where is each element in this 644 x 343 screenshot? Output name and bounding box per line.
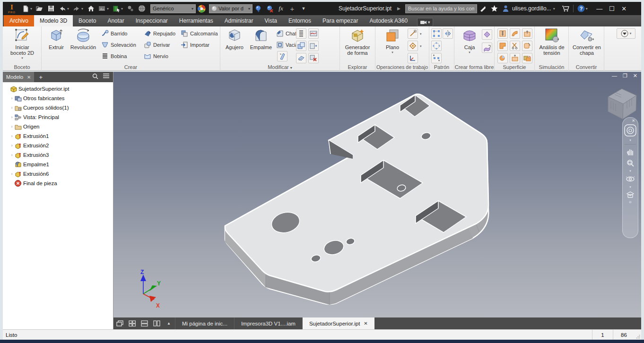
- repujado-button[interactable]: Repujado: [144, 28, 175, 39]
- nervio-button[interactable]: Nervio: [144, 51, 168, 61]
- tree-item-otros-fabricantes[interactable]: › Otros fabricantes: [9, 94, 113, 103]
- adjust-appearance-icon[interactable]: [252, 3, 264, 14]
- bobina-button[interactable]: Bobina: [101, 51, 127, 61]
- material-browser-dropdown[interactable]: ▾: [121, 7, 125, 11]
- material-select[interactable]: Genérico ▾: [150, 4, 196, 13]
- tab-administrar[interactable]: Administrar: [219, 15, 259, 26]
- barrido-button[interactable]: Barrido: [101, 28, 127, 39]
- browser-tab-modelo[interactable]: Modelo ✕: [3, 72, 34, 82]
- view-cube[interactable]: [608, 89, 636, 119]
- component-button[interactable]: [125, 3, 136, 14]
- signed-in-user[interactable]: ulises.gordillo...: [512, 5, 551, 12]
- work-point-dropdown[interactable]: ▾: [420, 44, 422, 48]
- wheel-dropdown[interactable]: ▾: [629, 138, 631, 142]
- tree-item-origen[interactable]: › Origen: [9, 122, 113, 131]
- browser-tab-close-icon[interactable]: ✕: [27, 75, 31, 80]
- convertir-chapa-button[interactable]: Convertir en chapa: [573, 27, 601, 56]
- tree-item-extrusion2[interactable]: › Extrusión2: [9, 141, 113, 150]
- tree-item-extrusion1[interactable]: › Extrusión1: [9, 131, 113, 141]
- sketch-dropdown[interactable]: ▾: [21, 56, 23, 60]
- expand-chevron[interactable]: ›: [9, 124, 14, 129]
- work-axis-dropdown[interactable]: ▾: [420, 32, 422, 36]
- work-axis-button[interactable]: [408, 28, 418, 39]
- tab-archivo[interactable]: Archivo: [4, 15, 34, 26]
- tab-anotar[interactable]: Anotar: [102, 15, 130, 26]
- browser-search-icon[interactable]: [92, 73, 98, 81]
- material-browser-button[interactable]: [111, 3, 122, 14]
- maximize-button[interactable]: ☐: [606, 5, 618, 12]
- save-button[interactable]: [45, 3, 57, 14]
- close-button[interactable]: ✕: [618, 5, 630, 12]
- collapse-tabs-icon[interactable]: ▲: [163, 317, 175, 329]
- look-at-button[interactable]: [626, 191, 635, 198]
- doc-tab-sujetadorsuperior[interactable]: SujetadorSuperior.ipt ✕: [302, 317, 374, 329]
- help-search-input[interactable]: [405, 4, 477, 13]
- qat-overflow-dropdown[interactable]: ▼: [298, 3, 309, 14]
- help-dropdown[interactable]: ▾: [586, 7, 590, 11]
- tree-item-empalme1[interactable]: Empalme1: [9, 160, 113, 169]
- model-canvas[interactable]: Z Y X: [113, 72, 641, 317]
- web-globe-icon[interactable]: [136, 3, 148, 14]
- help-button[interactable]: ?: [575, 3, 587, 14]
- patch-button[interactable]: [497, 53, 508, 63]
- delete-feature-button[interactable]: [308, 53, 319, 63]
- thread-button[interactable]: [296, 28, 306, 39]
- importar-button[interactable]: Importar: [181, 40, 209, 50]
- panel-expand-arrow[interactable]: ▶: [397, 6, 400, 11]
- favorites-star-icon[interactable]: [488, 3, 500, 14]
- offset-surface-button[interactable]: [510, 53, 520, 63]
- mirror-button[interactable]: [443, 28, 453, 39]
- split-button[interactable]: [510, 41, 520, 51]
- tab-herramientas[interactable]: Herramientas: [174, 15, 219, 26]
- navbar-more-dropdown[interactable]: ⊜: [629, 200, 632, 204]
- thicken-button[interactable]: [308, 41, 319, 51]
- undo-button[interactable]: [57, 3, 68, 14]
- extruir-button[interactable]: Extruir: [45, 27, 67, 50]
- appearance-select[interactable]: Valor por d ▾: [209, 4, 252, 13]
- redo-button[interactable]: [71, 3, 82, 14]
- tab-modelo-3d[interactable]: Modelo 3D: [34, 15, 73, 26]
- tree-item-vista-principal[interactable]: › Vista: Principal: [9, 112, 113, 122]
- home-button[interactable]: [85, 3, 96, 14]
- combine-button[interactable]: [296, 41, 306, 51]
- expand-chevron[interactable]: ›: [9, 134, 14, 138]
- draft-button[interactable]: [277, 51, 287, 61]
- cascade-windows-icon[interactable]: [113, 317, 126, 329]
- expand-chevron[interactable]: ›: [9, 115, 14, 120]
- doc-minimize-button[interactable]: —: [612, 73, 617, 79]
- color-wheel-icon[interactable]: [196, 3, 207, 14]
- replace-face-button[interactable]: [522, 41, 532, 51]
- resize-grip[interactable]: [635, 330, 641, 340]
- tab-vista[interactable]: Vista: [259, 15, 283, 26]
- trim-surface-button[interactable]: [497, 41, 508, 51]
- orbit-button[interactable]: [626, 175, 635, 183]
- rectangular-pattern-button[interactable]: [431, 28, 442, 39]
- doc-tab-home[interactable]: Mi página de inic...: [175, 317, 234, 329]
- empalme-button[interactable]: Empalme: [248, 27, 274, 50]
- open-button[interactable]: [34, 3, 45, 14]
- clear-appearance-icon[interactable]: [264, 3, 275, 14]
- revolucion-button[interactable]: Revolución: [68, 27, 98, 50]
- doc-close-button[interactable]: ✕: [633, 73, 637, 79]
- generador-de-forma-button[interactable]: Generador de forma: [345, 27, 370, 56]
- browser-add-tab-button[interactable]: +: [34, 74, 47, 81]
- user-avatar-icon[interactable]: [500, 3, 511, 14]
- sculpt-button[interactable]: [308, 28, 319, 39]
- circular-pattern-button[interactable]: [431, 41, 442, 51]
- tab-boceto[interactable]: Boceto: [73, 15, 102, 26]
- user-dropdown[interactable]: ▾: [553, 7, 557, 11]
- derivar-button[interactable]: Derivar: [144, 40, 170, 50]
- tree-item-root[interactable]: SujetadorSuperior.ipt: [5, 84, 113, 94]
- tree-item-extrusion3[interactable]: › Extrusión3: [9, 150, 113, 160]
- tree-item-cuerpos-solidos[interactable]: › Cuerpos sólidos(1): [9, 103, 113, 112]
- agujero-button[interactable]: Agujero: [222, 27, 247, 50]
- freeform-convert-button[interactable]: [482, 43, 492, 53]
- work-point-button[interactable]: [408, 41, 418, 51]
- ucs-button[interactable]: [408, 53, 418, 63]
- ruled-surface-button[interactable]: [510, 28, 520, 39]
- orbit-dropdown[interactable]: ▾: [629, 185, 631, 189]
- doc-tab-impresora3d[interactable]: Impresora3D V1....iam: [234, 317, 302, 329]
- delete-face-button[interactable]: [296, 53, 306, 63]
- calcomania-button[interactable]: Calcomanía: [181, 28, 218, 39]
- expand-chevron[interactable]: ›: [9, 153, 14, 157]
